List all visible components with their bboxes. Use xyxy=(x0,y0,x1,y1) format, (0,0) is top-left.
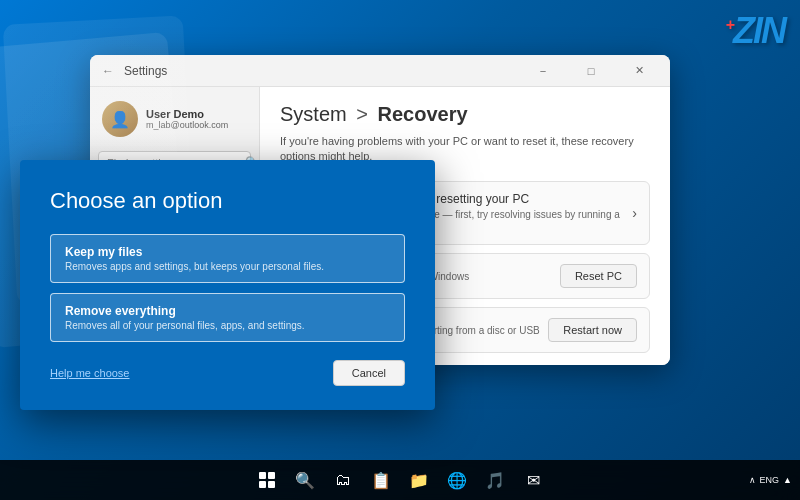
remove-everything-title: Remove everything xyxy=(65,304,390,318)
taskbar-system-tray: ∧ ENG ▲ xyxy=(749,475,792,485)
tray-network: ENG xyxy=(760,475,780,485)
breadcrumb: System > Recovery xyxy=(280,103,650,126)
keep-files-option[interactable]: Keep my files Removes apps and settings,… xyxy=(50,234,405,283)
close-button[interactable]: ✕ xyxy=(616,55,662,87)
reset-dialog: Choose an option Keep my files Removes a… xyxy=(20,160,435,410)
taskbar-edge[interactable]: 🌐 xyxy=(439,462,475,498)
taskbar-media[interactable]: 🎵 xyxy=(477,462,513,498)
taskbar-search[interactable]: 🔍 xyxy=(287,462,323,498)
dialog-title: Choose an option xyxy=(50,188,405,214)
restart-now-button[interactable]: Restart now xyxy=(548,318,637,342)
keep-files-title: Keep my files xyxy=(65,245,390,259)
windows-logo-icon xyxy=(259,472,275,488)
taskbar-mail[interactable]: ✉ xyxy=(515,462,551,498)
maximize-button[interactable]: □ xyxy=(568,55,614,87)
breadcrumb-separator: > xyxy=(356,103,368,125)
help-me-choose-link[interactable]: Help me choose xyxy=(50,367,130,379)
titlebar-controls: − □ ✕ xyxy=(520,55,662,87)
breadcrumb-parent: System xyxy=(280,103,347,125)
reset-pc-button[interactable]: Reset PC xyxy=(560,264,637,288)
taskbar-explorer[interactable]: 📁 xyxy=(401,462,437,498)
taskbar-start[interactable] xyxy=(249,462,285,498)
keep-files-desc: Removes apps and settings, but keeps you… xyxy=(65,261,390,272)
taskbar-taskview[interactable]: 🗂 xyxy=(325,462,361,498)
taskbar-widgets[interactable]: 📋 xyxy=(363,462,399,498)
zin-logo: +ZIN xyxy=(726,10,785,52)
tray-chevron[interactable]: ∧ xyxy=(749,475,756,485)
cancel-button[interactable]: Cancel xyxy=(333,360,405,386)
chevron-right-icon: › xyxy=(632,205,637,221)
breadcrumb-current: Recovery xyxy=(378,103,468,125)
desktop: +ZIN ← Settings − □ ✕ 👤 User Demo m_lab@… xyxy=(0,0,800,500)
dialog-footer: Help me choose Cancel xyxy=(50,360,405,386)
zin-plus: + xyxy=(726,16,733,33)
tray-time: ▲ xyxy=(783,475,792,485)
taskbar: 🔍 🗂 📋 📁 🌐 🎵 ✉ ∧ ENG ▲ xyxy=(0,460,800,500)
remove-everything-desc: Removes all of your personal files, apps… xyxy=(65,320,390,331)
minimize-button[interactable]: − xyxy=(520,55,566,87)
remove-everything-option[interactable]: Remove everything Removes all of your pe… xyxy=(50,293,405,342)
taskbar-center: 🔍 🗂 📋 📁 🌐 🎵 ✉ xyxy=(249,462,551,498)
